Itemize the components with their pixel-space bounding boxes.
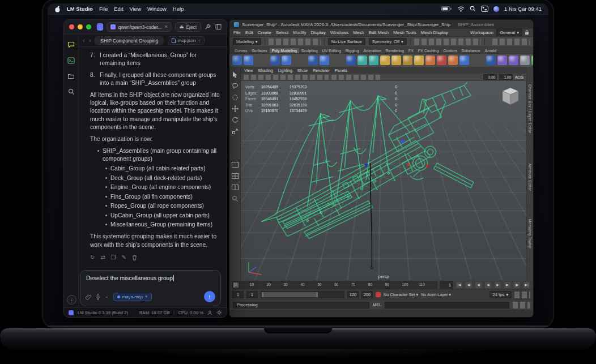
- nav-forward-icon[interactable]: ›: [89, 37, 91, 44]
- chat-tab[interactable]: SHIP Component Grouping: [95, 36, 164, 45]
- maya-menu-windows[interactable]: Windows: [330, 30, 348, 35]
- minimize-traffic-light[interactable]: [78, 24, 83, 29]
- eject-model-button[interactable]: ⏏ Eject: [175, 22, 201, 32]
- exposure-field[interactable]: 0.00: [483, 74, 497, 80]
- layout-four-pane-icon[interactable]: [231, 172, 239, 180]
- settings-gear-icon[interactable]: [216, 310, 222, 315]
- shelf-tab-custom[interactable]: Custom: [441, 48, 459, 53]
- copy-icon[interactable]: ❐: [111, 255, 116, 260]
- shelf-tab-arnold[interactable]: Arnold: [483, 48, 499, 53]
- shelf-icon-multi-cut[interactable]: [531, 55, 534, 65]
- wifi-icon[interactable]: [457, 6, 465, 12]
- panel-menu-lighting[interactable]: Lighting: [278, 68, 292, 73]
- range-slider-handle[interactable]: [262, 292, 318, 297]
- symmetry-selector[interactable]: Symmetry: Off▾: [369, 38, 407, 45]
- maya-menu-edit-mesh[interactable]: Edit Mesh: [369, 30, 389, 35]
- toolbar-icons-snapping[interactable]: [414, 38, 481, 45]
- viewport-canvas[interactable]: Verts:16854495163752030 Edges:3380366832…: [241, 81, 526, 280]
- menu-set-selector[interactable]: Modeling▾: [233, 38, 261, 45]
- sidebar-discover-search-icon[interactable]: [68, 88, 75, 95]
- shelf-tab-fx[interactable]: FX: [406, 48, 416, 53]
- play-backwards-button[interactable]: ◀: [484, 281, 492, 289]
- shelf-icon-cone[interactable]: [282, 55, 291, 65]
- playback-start-field[interactable]: 1: [232, 291, 244, 298]
- shelf-tab-rigging[interactable]: Rigging: [343, 48, 361, 53]
- edit-icon[interactable]: ✎: [122, 255, 126, 260]
- attach-paperclip-icon[interactable]: [86, 294, 91, 300]
- maya-menu-mesh-tools[interactable]: Mesh Tools: [393, 30, 416, 35]
- range-slider[interactable]: [261, 291, 344, 298]
- shelf-tab-substance[interactable]: Substance: [459, 48, 483, 53]
- regenerate-icon[interactable]: ↻: [90, 255, 95, 260]
- step-back-button[interactable]: ◀: [475, 281, 482, 289]
- command-language-toggle[interactable]: MEL: [373, 302, 381, 307]
- shelf-tab-uv-editing[interactable]: UV Editing: [320, 48, 343, 53]
- layout-split-pane-icon[interactable]: [231, 183, 239, 191]
- shelf-icon-super-shape[interactable]: [414, 55, 424, 65]
- scale-tool-icon[interactable]: [231, 127, 239, 135]
- maya-menu-edit[interactable]: Edit: [245, 30, 253, 35]
- mic-caret-icon[interactable]: ⌄: [105, 294, 109, 299]
- current-frame-field[interactable]: 1: [440, 281, 453, 289]
- sidebar-models-folder-icon[interactable]: [67, 73, 75, 79]
- sidebar-chat-icon[interactable]: [67, 41, 75, 48]
- menubar-clock[interactable]: 1 Nis Çar 09:41: [504, 6, 542, 12]
- shelf-icon-svg-tool[interactable]: [437, 55, 446, 65]
- send-button[interactable]: ↑: [204, 291, 215, 302]
- go-to-start-button[interactable]: |◀: [455, 281, 463, 289]
- shelf-icon-separate[interactable]: [497, 55, 507, 65]
- toolbar-icons-history[interactable]: [492, 38, 530, 45]
- maya-menu-create[interactable]: Create: [258, 30, 271, 35]
- update-download-button[interactable]: ↓: [67, 295, 76, 305]
- perspective-viewport[interactable]: View Shading Lighting Show Renderer Pane…: [241, 67, 526, 280]
- go-to-end-button[interactable]: ▶|: [523, 281, 530, 289]
- shelf-icon-soccer-ball[interactable]: [403, 55, 412, 65]
- shelf-icon-combine[interactable]: [486, 55, 496, 65]
- search-icon[interactable]: [470, 6, 476, 12]
- menu-window[interactable]: Window: [147, 6, 167, 12]
- mic-icon[interactable]: [96, 294, 100, 300]
- nav-back-icon[interactable]: ‹: [83, 37, 85, 44]
- panel-menu-panels[interactable]: Panels: [335, 68, 347, 73]
- character-set-selector[interactable]: No Character Set▾: [384, 292, 418, 297]
- animation-end-field[interactable]: 200: [361, 291, 373, 298]
- shelf-icon-disc[interactable]: [346, 55, 356, 65]
- zoom-traffic-light[interactable]: [86, 24, 91, 29]
- maya-menu-file[interactable]: File: [233, 30, 241, 35]
- shelf-icon-cylinder[interactable]: [270, 55, 280, 65]
- animation-start-field[interactable]: 1: [246, 291, 258, 298]
- lasso-tool-icon[interactable]: [231, 82, 239, 90]
- mcp-json-tab[interactable]: mcp.json ×: [168, 36, 205, 45]
- shelf-icon-gear[interactable]: [391, 55, 401, 65]
- playback-options-icons[interactable]: [514, 292, 530, 298]
- anim-layer-selector[interactable]: No Anim Layer▾: [421, 292, 451, 297]
- zoom-tool-icon[interactable]: [231, 194, 239, 203]
- maya-mcp-chip[interactable]: maya-mcp ×: [113, 293, 152, 301]
- siri-icon[interactable]: [493, 6, 499, 12]
- sidebar-developer-icon[interactable]: [67, 57, 75, 64]
- shelf-tab-fx-caching[interactable]: FX Caching: [416, 48, 441, 53]
- panel-menu-renderer[interactable]: Renderer: [313, 68, 330, 73]
- close-traffic-light[interactable]: [69, 24, 74, 29]
- shelf-tab-poly-modeling[interactable]: Poly Modeling: [270, 48, 299, 53]
- message-composer[interactable]: Deselect the miscellaneous group ⌄ maya-…: [80, 270, 221, 306]
- playback-end-field[interactable]: 120: [347, 291, 359, 298]
- set-key-icon[interactable]: [376, 292, 381, 297]
- tab-modeling-toolkit[interactable]: Modeling Toolkit: [528, 219, 532, 249]
- maya-menu-mesh-display[interactable]: Mesh Display: [421, 30, 448, 35]
- branch-icon[interactable]: ⇄: [100, 255, 105, 260]
- control-center-icon[interactable]: [481, 6, 488, 12]
- command-input[interactable]: [385, 302, 509, 309]
- shelf-icon-cube[interactable]: [244, 55, 253, 65]
- menu-help[interactable]: Help: [173, 6, 184, 12]
- remove-chip-icon[interactable]: ×: [145, 294, 148, 299]
- shelf-tab-rendering[interactable]: Rendering: [384, 48, 406, 53]
- wrench-icon[interactable]: [205, 24, 211, 30]
- paint-select-tool-icon[interactable]: [231, 93, 239, 101]
- menubar-app-name[interactable]: LM Studio: [67, 6, 93, 12]
- tab-channel-box[interactable]: Channel Box / Layer Editor: [528, 84, 532, 134]
- shelf-icon-platonic[interactable]: [357, 55, 367, 65]
- shelf-tab-surfaces[interactable]: Surfaces: [249, 48, 270, 53]
- shelf-icon-torus[interactable]: [308, 55, 318, 65]
- delete-icon[interactable]: [132, 255, 137, 260]
